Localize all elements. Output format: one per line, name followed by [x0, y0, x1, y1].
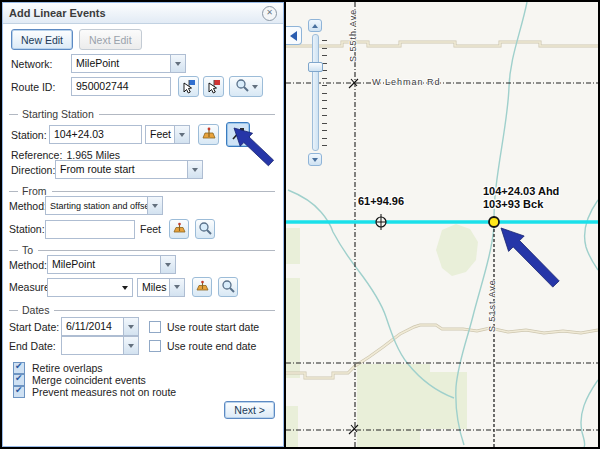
from-station-input[interactable]	[45, 220, 135, 239]
map-green-parcel	[286, 406, 298, 447]
station-picker-icon	[230, 126, 246, 144]
starting-station-legend: Starting Station	[9, 108, 275, 120]
route-search-menu-button[interactable]	[229, 76, 263, 97]
panel-header: Add Linear Events ✕	[3, 3, 283, 24]
from-method-dropdown-button[interactable]	[147, 196, 163, 215]
end-date-dropdown-button[interactable]	[123, 336, 139, 355]
network-label: Network:	[11, 58, 71, 70]
network-dropdown-button[interactable]	[170, 54, 186, 73]
direction-label: Direction:	[11, 164, 55, 176]
chevron-down-icon	[312, 158, 318, 162]
close-icon[interactable]: ✕	[262, 6, 277, 21]
route-id-label: Route ID:	[11, 81, 71, 93]
picked-station-point[interactable]	[489, 217, 499, 227]
chevron-down-icon	[192, 168, 198, 172]
to-method-dropdown[interactable]: MilePoint	[47, 255, 176, 274]
picked-station-back-label: 103+93 Bck	[483, 198, 543, 210]
zoom-slider-handle[interactable]	[308, 62, 323, 72]
picked-station-ahead-label: 104+24.03 Ahd	[483, 185, 559, 197]
chevron-down-icon	[165, 263, 171, 267]
end-date-value	[61, 336, 123, 355]
zoom-slider-track[interactable]	[312, 34, 319, 151]
new-edit-button[interactable]: New Edit	[11, 29, 73, 50]
map-green-parcel	[436, 224, 478, 276]
next-edit-button[interactable]: Next Edit	[79, 29, 142, 50]
chevron-down-icon	[152, 204, 158, 208]
direction-dropdown[interactable]: From route start	[55, 160, 203, 179]
dates-legend: Dates	[9, 304, 275, 316]
select-route-button[interactable]	[178, 76, 199, 97]
retire-overlaps-label: Retire overlaps	[32, 362, 103, 374]
station-measure-icon	[172, 221, 187, 238]
network-dropdown[interactable]: MilePoint	[71, 54, 186, 73]
start-date-label: Start Date:	[9, 321, 61, 333]
to-unit-dropdown[interactable]: Miles	[137, 278, 185, 297]
start-date-picker[interactable]: 6/11/2014	[61, 317, 139, 336]
from-method-dropdown[interactable]: Starting station and offset	[45, 196, 163, 215]
from-search-button[interactable]	[195, 219, 215, 239]
map-canvas	[286, 2, 598, 447]
chevron-down-icon	[175, 62, 181, 66]
prevent-measures-checkbox[interactable]	[13, 386, 25, 398]
use-route-end-date-checkbox[interactable]	[149, 340, 161, 352]
map-green-parcel	[286, 228, 300, 264]
street-label-s-55th-ave: S 55th Ave	[348, 2, 358, 62]
from-station-label: Station:	[9, 223, 45, 235]
search-icon	[235, 78, 250, 95]
station-input[interactable]: 104+24.03	[49, 125, 142, 144]
station-measure-icon	[201, 126, 217, 144]
cursor-red-flag-icon	[206, 78, 222, 96]
network-value: MilePoint	[71, 54, 170, 73]
search-icon	[198, 221, 213, 238]
legend-text: Starting Station	[22, 108, 94, 120]
clear-route-button[interactable]	[203, 76, 224, 97]
to-measure-button[interactable]	[192, 277, 212, 297]
next-button[interactable]: Next >	[224, 401, 275, 419]
map-viewport[interactable]: 61+94.96 104+24.03 Ahd 103+93 Bck W Lehm…	[286, 2, 598, 447]
zoom-in-button[interactable]	[308, 19, 322, 32]
to-method-label: Method:	[9, 259, 47, 271]
from-method-label: Method:	[9, 200, 45, 212]
to-measure-label: Measure:	[9, 281, 47, 293]
panel-title: Add Linear Events	[9, 7, 262, 19]
collapse-panel-button[interactable]	[286, 26, 302, 45]
use-route-start-date-checkbox[interactable]	[149, 321, 161, 333]
zoom-slider-ticks	[322, 40, 327, 148]
station-label: Station:	[11, 129, 49, 141]
route-id-input[interactable]: 950002744	[71, 77, 171, 96]
pick-station-on-map-button[interactable]	[226, 122, 250, 147]
map-road-tan-bottom-fill	[286, 325, 598, 378]
to-unit-dropdown-button[interactable]	[169, 278, 185, 297]
to-method-value: MilePoint	[47, 255, 160, 274]
start-date-dropdown-button[interactable]	[123, 317, 139, 336]
station-measure-icon	[195, 279, 210, 296]
chevron-up-icon	[312, 24, 318, 28]
search-icon	[221, 279, 236, 296]
use-route-end-date-label: Use route end date	[167, 340, 256, 352]
end-date-picker[interactable]	[61, 336, 139, 355]
direction-dropdown-button[interactable]	[187, 160, 203, 179]
to-method-dropdown-button[interactable]	[160, 255, 176, 274]
from-measure-button[interactable]	[169, 219, 189, 239]
direction-value: From route start	[55, 160, 187, 179]
map-green-parcel	[357, 364, 467, 447]
zoom-out-button[interactable]	[308, 153, 322, 166]
from-method-value: Starting station and offset	[45, 196, 147, 215]
add-linear-events-panel: Add Linear Events ✕ New Edit Next Edit N…	[2, 2, 284, 447]
street-label-s-51st-ave: S 51st Ave	[487, 270, 497, 332]
station-unit-dropdown-button[interactable]	[174, 125, 190, 144]
to-search-button[interactable]	[218, 277, 238, 297]
map-stream	[585, 200, 599, 270]
chevron-down-icon	[252, 85, 258, 89]
to-measure-combobox[interactable]	[47, 278, 133, 297]
app-window: Add Linear Events ✕ New Edit Next Edit N…	[0, 0, 600, 449]
chevron-left-icon	[290, 31, 297, 41]
end-date-label: End Date:	[9, 340, 61, 352]
station-unit-dropdown[interactable]: Feet	[145, 125, 190, 144]
start-date-value: 6/11/2014	[61, 317, 123, 336]
station-reference-label: 61+94.96	[341, 195, 421, 207]
chevron-down-icon	[128, 344, 134, 348]
chevron-down-icon	[122, 286, 128, 290]
map-road-tan-top-fill	[286, 42, 598, 46]
station-measure-button[interactable]	[198, 124, 219, 145]
